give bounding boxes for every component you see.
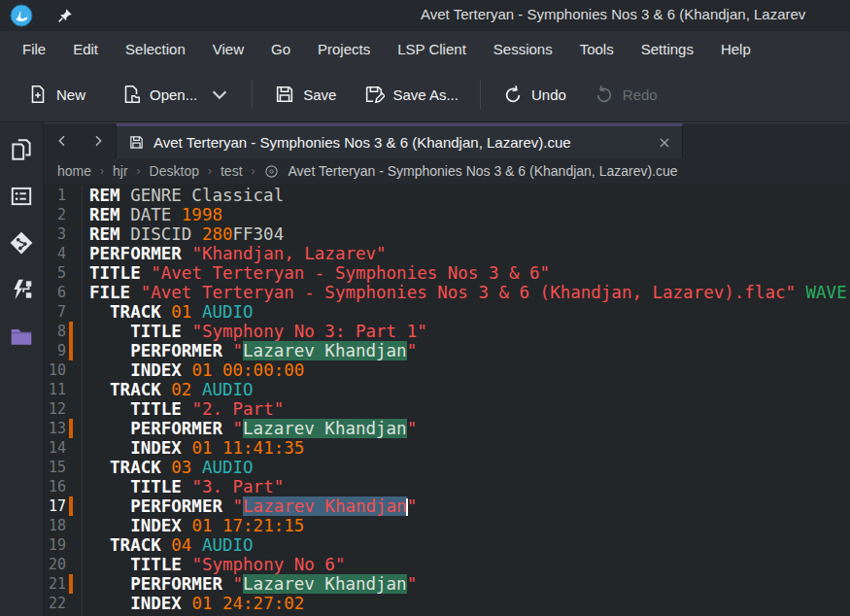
editor-line: 13 PERFORMER "Lazarev Khandjan" [44, 419, 850, 438]
open-button[interactable]: Open... [111, 75, 240, 114]
modified-line-marker [69, 419, 73, 438]
code-token: "Avet Terteryan - Symphonies Nos 3 & 6 (… [141, 283, 796, 302]
menu-item-help[interactable]: Help [707, 35, 765, 63]
menu-item-lsp-client[interactable]: LSP Client [384, 35, 480, 63]
modified-line-marker [69, 341, 73, 360]
menu-item-sessions[interactable]: Sessions [480, 35, 566, 63]
kate-app-icon [10, 4, 33, 27]
toolbar-separator [480, 80, 481, 109]
toolbar-separator [252, 80, 253, 109]
editor-line: 10 INDEX 01 00:00:00 [44, 360, 850, 380]
code-token: " [233, 496, 244, 516]
breadcrumb-separator: › [99, 164, 105, 178]
code-token: 01 [191, 516, 212, 535]
modified-line-marker [69, 205, 73, 224]
breadcrumb-segment-desktop[interactable]: Desktop [144, 161, 205, 181]
menu-item-view[interactable]: View [199, 35, 257, 63]
search-match: Lazarev Khandjan [243, 419, 407, 438]
sidebar-lsp-client-button[interactable] [6, 274, 37, 305]
sidebar-documents-button[interactable] [6, 134, 37, 165]
line-number: 18 [44, 516, 66, 535]
modified-line-marker [69, 263, 73, 283]
line-code: PERFORMER "Lazarev Khandjan" [82, 574, 850, 594]
modified-line-marker [69, 186, 73, 205]
code-token: REM [89, 224, 120, 244]
menu-item-selection[interactable]: Selection [112, 35, 199, 63]
undo-button[interactable]: Undo [493, 75, 576, 114]
editor-line: 1REM GENRE Classical [44, 186, 850, 205]
line-number: 3 [44, 224, 66, 244]
editor-line: 4PERFORMER "Khandjan, Lazarev" [44, 244, 850, 263]
menu-item-go[interactable]: Go [257, 35, 304, 63]
code-token: 01 [171, 302, 191, 322]
line-code: REM GENRE Classical [82, 186, 850, 205]
line-code: TRACK 04 AUDIO [82, 535, 850, 555]
modified-line-marker [69, 302, 73, 322]
modified-line-marker [69, 477, 73, 496]
code-token [222, 574, 233, 594]
toolbar: New Open... Save Save As... Undo Redo [0, 67, 850, 122]
code-token [89, 438, 130, 458]
breadcrumb-file[interactable]: Avet Terteryan - Symphonies Nos 3 & 6 (K… [285, 161, 682, 181]
document-tab[interactable]: Avet Terteryan - Symphonies Nos 3 & 6 (K… [116, 123, 683, 158]
sidebar-project-folder-button[interactable] [6, 321, 37, 352]
code-token [89, 341, 130, 360]
search-match: Lazarev Khandjan [243, 574, 407, 594]
pin-icon[interactable] [56, 7, 74, 24]
menu-item-file[interactable]: File [9, 35, 59, 63]
breadcrumb-segment-home[interactable]: home [51, 161, 97, 181]
tool-sidebar [0, 122, 44, 616]
close-icon[interactable] [657, 135, 672, 151]
line-number: 21 [44, 574, 66, 594]
code-token: 17:21:15 [222, 516, 304, 535]
line-code: TRACK 02 AUDIO [82, 380, 850, 399]
line-code: TITLE "Symphony No 6" [82, 555, 850, 574]
breadcrumb-segment-test[interactable]: test [215, 161, 249, 181]
line-number: 22 [44, 594, 66, 613]
code-token: AUDIO [202, 535, 254, 555]
breadcrumb-segment-hjr[interactable]: hjr [107, 161, 134, 181]
editor-line: 9 PERFORMER "Lazarev Khandjan" [44, 341, 850, 360]
line-code: FILE "Avet Terteryan - Symphonies Nos 3 … [82, 283, 850, 302]
disc-icon [264, 164, 279, 179]
sidebar-git-button[interactable] [6, 227, 37, 258]
titlebar: Avet Terteryan - Symphonies Nos 3 & 6 (K… [0, 0, 850, 31]
code-token: TITLE [130, 477, 182, 496]
new-button[interactable]: New [17, 75, 95, 114]
sidebar-symbols-list-button[interactable] [6, 181, 37, 212]
editor-line: 8 TITLE "Symphony No 3: Part 1" [44, 322, 850, 341]
chevron-left-icon [54, 133, 70, 149]
code-token: PERFORMER [130, 496, 222, 516]
modified-line-marker [69, 594, 73, 613]
code-token: 01 [191, 594, 212, 613]
code-token: "Symphony No 6" [191, 555, 345, 574]
code-token: TRACK [110, 302, 161, 322]
code-token: 01 [191, 438, 212, 458]
open-label: Open... [150, 86, 197, 103]
menu-item-projects[interactable]: Projects [304, 35, 384, 63]
project-folder-icon [9, 324, 34, 349]
code-token: 11:41:35 [222, 438, 304, 458]
code-token [212, 360, 222, 380]
back-button[interactable] [44, 123, 80, 158]
menu-item-tools[interactable]: Tools [566, 35, 628, 63]
menu-item-settings[interactable]: Settings [628, 35, 707, 63]
menu-item-edit[interactable]: Edit [59, 35, 112, 63]
redo-button[interactable]: Redo [584, 75, 667, 114]
save-button[interactable]: Save [264, 75, 346, 114]
line-code: REM DISCID 280FF304 [82, 224, 850, 244]
breadcrumb-separator: › [136, 164, 142, 178]
editor-line: 22 INDEX 01 24:27:02 [44, 594, 850, 613]
text-editor[interactable]: 1REM GENRE Classical2REM DATE 19983REM D… [44, 184, 850, 616]
modified-line-marker [69, 399, 73, 419]
modified-line-marker [69, 574, 73, 594]
code-token [89, 380, 110, 399]
line-number: 9 [44, 341, 66, 360]
code-token [161, 458, 172, 477]
chevron-down-icon[interactable] [209, 84, 230, 105]
editor-line: 20 TITLE "Symphony No 6" [44, 555, 850, 574]
code-token: "Khandjan, Lazarev" [191, 244, 386, 263]
save-as-button[interactable]: Save As... [354, 75, 468, 114]
line-number: 10 [44, 360, 66, 380]
forward-button[interactable] [80, 123, 116, 158]
